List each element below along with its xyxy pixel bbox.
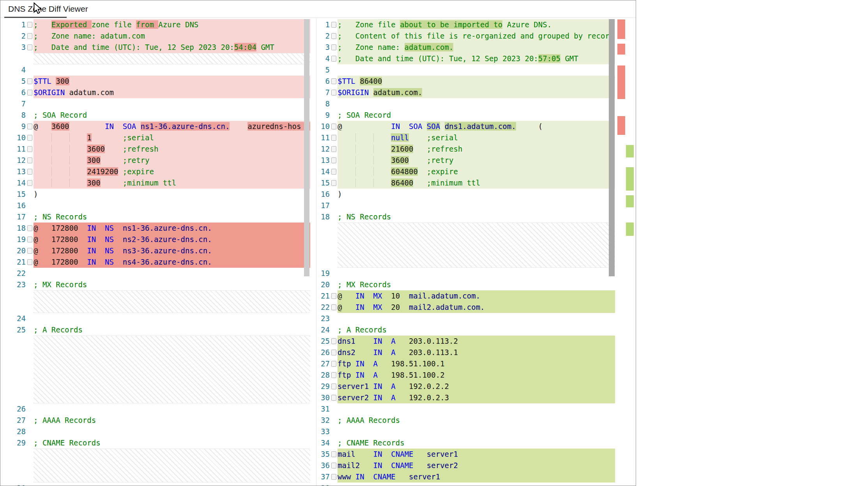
diff-line-left-13[interactable]: 13 2419200 ;expire <box>1 166 310 177</box>
line-change-marker-icon[interactable] <box>27 78 32 84</box>
line-content[interactable]: ; A Records <box>34 324 310 336</box>
diff-line-right-25[interactable]: 25dns1 IN A 203.0.113.2 <box>317 336 615 347</box>
line-content[interactable]: ; A Records <box>338 324 615 336</box>
ruler-mark-added[interactable] <box>626 145 634 157</box>
diff-line-right-24[interactable]: 24; A Records <box>317 324 615 336</box>
line-content[interactable]: @ 172800 IN NS ns3-36.azure-dns.cn. <box>34 245 310 256</box>
line-change-marker-icon[interactable] <box>27 124 32 129</box>
line-change-marker-icon[interactable] <box>331 124 336 129</box>
line-content[interactable]: ) <box>338 189 615 200</box>
ruler-mark-removed[interactable] <box>617 44 625 55</box>
diff-line-right-11[interactable]: 11 null ;serial <box>317 132 615 143</box>
line-content[interactable]: $ORIGIN adatum.com. <box>338 87 615 98</box>
diff-line-right-12[interactable]: 12 21600 ;refresh <box>317 143 615 155</box>
line-content[interactable]: ; SOA Record <box>338 110 615 121</box>
line-content[interactable] <box>338 482 615 486</box>
line-content[interactable] <box>34 200 310 211</box>
line-change-marker-icon[interactable] <box>331 169 336 175</box>
diff-line-left-9[interactable]: 9@ 3600 IN SOA ns1-36.azure-dns.cn. azur… <box>1 121 310 132</box>
diff-line-left-4[interactable]: 4 <box>1 64 310 76</box>
diff-line-right-32[interactable]: 32; AAAA Records <box>317 415 615 426</box>
line-change-marker-icon[interactable] <box>331 451 336 457</box>
diff-line-right-13[interactable]: 13 3600 ;retry <box>317 155 615 166</box>
line-content[interactable]: $ORIGIN adatum.com <box>34 87 310 98</box>
line-content[interactable]: ; NS Records <box>338 211 615 223</box>
diff-line-right-16[interactable]: 16) <box>317 189 615 200</box>
diff-line-right-5[interactable]: 5 <box>317 64 615 76</box>
line-content[interactable]: ; Zone name: adatum.com <box>34 30 310 42</box>
line-content[interactable] <box>34 268 310 279</box>
line-content[interactable]: server2 IN A 192.0.2.3 <box>338 392 615 403</box>
line-change-marker-icon[interactable] <box>27 237 32 242</box>
line-change-marker-icon[interactable] <box>331 372 336 378</box>
line-content[interactable]: @ 172800 IN NS ns1-36.azure-dns.cn. <box>34 223 310 234</box>
diff-line-right-30[interactable]: 30server2 IN A 192.0.2.3 <box>317 392 615 403</box>
line-change-marker-icon[interactable] <box>331 56 336 62</box>
line-content[interactable]: @ IN MX 10 mail.adatum.com. <box>338 290 615 302</box>
line-change-marker-icon[interactable] <box>331 78 336 84</box>
line-content[interactable] <box>338 313 615 324</box>
line-content[interactable]: ; Exported zone file from Azure DNS <box>34 19 310 30</box>
diff-line-left-6[interactable]: 6$ORIGIN adatum.com <box>1 87 310 98</box>
line-content[interactable]: ) <box>34 189 310 200</box>
diff-line-right-2[interactable]: 2; Content of this file is re-organized … <box>317 30 615 42</box>
diff-line-left-25[interactable]: 25; A Records <box>1 324 310 336</box>
line-content[interactable]: mail2 IN CNAME server2 <box>338 460 615 471</box>
right-scrollbar-thumb[interactable] <box>609 19 615 276</box>
diff-line-left-16[interactable]: 16 <box>1 200 310 211</box>
line-content[interactable]: @ 3600 IN SOA ns1-36.azure-dns.cn. azure… <box>34 121 310 132</box>
line-content[interactable]: ; MX Records <box>34 279 310 290</box>
diff-line-right-18[interactable]: 18; NS Records <box>317 211 615 223</box>
line-content[interactable]: ; Content of this file is re-organized a… <box>338 30 615 42</box>
line-content[interactable]: ; Zone name: adatum.com. <box>338 42 615 53</box>
line-change-marker-icon[interactable] <box>27 146 32 152</box>
line-content[interactable]: 3600 ;refresh <box>34 143 310 155</box>
line-content[interactable] <box>338 403 615 415</box>
line-content[interactable]: ; Zone file about to be imported to Azur… <box>338 19 615 30</box>
line-content[interactable]: dns2 IN A 203.0.113.1 <box>338 347 615 358</box>
line-change-marker-icon[interactable] <box>331 146 336 152</box>
ruler-mark-removed[interactable] <box>617 116 625 135</box>
line-content[interactable]: ; Date and time (UTC): Tue, 12 Sep 2023 … <box>34 42 310 53</box>
diff-line-left-11[interactable]: 11 3600 ;refresh <box>1 143 310 155</box>
line-content[interactable]: $TTL 300 <box>34 76 310 87</box>
line-change-marker-icon[interactable] <box>331 135 336 141</box>
line-content[interactable]: ftp IN A 198.51.100.2 <box>338 369 615 381</box>
line-change-marker-icon[interactable] <box>27 157 32 163</box>
diff-line-right-8[interactable]: 8 <box>317 98 615 110</box>
line-content[interactable] <box>338 268 615 279</box>
line-change-marker-icon[interactable] <box>27 169 32 175</box>
line-content[interactable] <box>34 482 310 486</box>
line-content[interactable] <box>34 426 310 437</box>
diff-line-right-38[interactable]: 38 <box>317 482 615 486</box>
line-content[interactable]: 1 ;serial <box>34 132 310 143</box>
line-change-marker-icon[interactable] <box>331 304 336 310</box>
line-change-marker-icon[interactable] <box>331 22 336 28</box>
line-content[interactable]: 21600 ;refresh <box>338 143 615 155</box>
line-change-marker-icon[interactable] <box>331 293 336 299</box>
diff-line-left-2[interactable]: 2; Zone name: adatum.com <box>1 30 310 42</box>
diff-line-left-1[interactable]: 1; Exported zone file from Azure DNS <box>1 19 310 30</box>
line-content[interactable]: @ 172800 IN NS ns2-36.azure-dns.cn. <box>34 234 310 245</box>
line-change-marker-icon[interactable] <box>331 157 336 163</box>
line-content[interactable]: null ;serial <box>338 132 615 143</box>
diff-line-left-15[interactable]: 15) <box>1 189 310 200</box>
line-content[interactable]: 3600 ;retry <box>338 155 615 166</box>
line-content[interactable]: mail IN CNAME server1 <box>338 449 615 460</box>
diff-line-left-5[interactable]: 5$TTL 300 <box>1 76 310 87</box>
line-content[interactable]: www IN CNAME server1 <box>338 471 615 482</box>
line-change-marker-icon[interactable] <box>331 383 336 389</box>
line-change-marker-icon[interactable] <box>331 90 336 95</box>
line-content[interactable]: @ 172800 IN NS ns4-36.azure-dns.cn. <box>34 256 310 268</box>
line-change-marker-icon[interactable] <box>27 90 32 95</box>
line-change-marker-icon[interactable] <box>331 395 336 401</box>
diff-line-right-23[interactable]: 23 <box>317 313 615 324</box>
left-scrollbar[interactable] <box>304 18 310 486</box>
diff-line-left-30[interactable]: 30 <box>1 482 310 486</box>
line-content[interactable]: ; CNAME Records <box>338 437 615 449</box>
line-content[interactable]: ; NS Records <box>34 211 310 223</box>
line-change-marker-icon[interactable] <box>331 338 336 344</box>
diff-line-right-33[interactable]: 33 <box>317 426 615 437</box>
diff-line-left-23[interactable]: 23; MX Records <box>1 279 310 290</box>
line-content[interactable]: ; CNAME Records <box>34 437 310 449</box>
